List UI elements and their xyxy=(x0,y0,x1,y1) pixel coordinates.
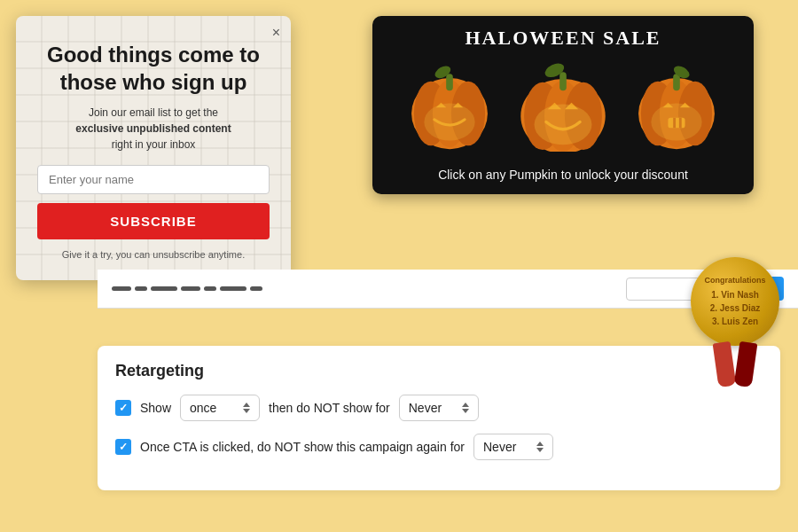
popup-heading: Good things come to those who sign up xyxy=(37,41,270,96)
medal-ribbon xyxy=(686,342,784,387)
svg-point-29 xyxy=(651,104,701,141)
medal-rank-3: 3. Luis Zen xyxy=(712,315,758,328)
medal-badge: Congratulations 1. Vin Nash 2. Jess Diaz… xyxy=(686,257,784,387)
retargeting-panel: Retargeting Show once then do NOT show f… xyxy=(98,346,780,490)
retargeting-label-then: then do NOT show for xyxy=(269,401,390,415)
retargeting-title: Retargeting xyxy=(115,362,763,380)
dropdown-arrow-icon xyxy=(243,403,250,413)
medal-circle: Congratulations 1. Vin Nash 2. Jess Diaz… xyxy=(691,257,779,346)
name-input[interactable] xyxy=(37,165,270,194)
toolbar-dot-4 xyxy=(181,286,200,291)
retargeting-frequency-dropdown[interactable]: once xyxy=(180,395,260,421)
retargeting-checkbox-2[interactable] xyxy=(115,439,131,455)
retargeting-duration-dropdown[interactable]: Never xyxy=(399,395,479,421)
dropdown-arrow-icon-2 xyxy=(462,403,469,413)
halloween-banner: HALOWEEN SALE xyxy=(372,16,754,194)
retargeting-frequency-value: once xyxy=(190,401,216,415)
dropdown-arrow-icon-3 xyxy=(536,442,544,452)
medal-rank-1: 1. Vin Nash xyxy=(711,288,759,301)
subscribe-button[interactable]: SUBSCRIBE xyxy=(37,203,270,239)
retargeting-row-2: Once CTA is clicked, do NOT show this ca… xyxy=(115,434,763,460)
svg-rect-4 xyxy=(446,74,453,90)
toolbar-dots xyxy=(112,286,262,291)
pumpkins-row xyxy=(372,53,754,159)
retargeting-cta-dropdown[interactable]: Never xyxy=(473,434,553,460)
banner-title: HALOWEEN SALE xyxy=(372,16,754,53)
medal-congratulations: Congratulations xyxy=(705,276,766,285)
pumpkin-1[interactable] xyxy=(397,59,502,152)
popup-close-button[interactable]: × xyxy=(272,25,280,41)
toolbar-dot-7 xyxy=(250,286,262,291)
toolbar-dot-2 xyxy=(135,286,147,291)
signup-popup: × Good things come to those who sign up … xyxy=(16,16,291,280)
retargeting-row-1: Show once then do NOT show for Never xyxy=(115,395,763,421)
retargeting-cta-value: Never xyxy=(483,440,516,454)
popup-disclaimer: Give it a try, you can unsubscribe anyti… xyxy=(37,248,270,262)
popup-subtext: Join our email list to get the exclusive… xyxy=(37,105,270,153)
toolbar-dot-6 xyxy=(220,286,246,291)
svg-point-17 xyxy=(535,105,592,145)
ribbon-right xyxy=(734,341,758,387)
retargeting-duration-value: Never xyxy=(409,401,442,415)
pumpkin-2[interactable] xyxy=(511,59,615,152)
ribbon-left xyxy=(713,341,737,387)
toolbar-dot-3 xyxy=(151,286,177,291)
svg-point-8 xyxy=(424,104,474,141)
toolbar-dot-1 xyxy=(112,286,131,291)
svg-rect-13 xyxy=(559,72,567,90)
toolbar-dot-5 xyxy=(204,286,216,291)
retargeting-label-show: Show xyxy=(140,401,171,415)
pumpkin-3[interactable] xyxy=(624,59,729,152)
retargeting-cta-label: Once CTA is clicked, do NOT show this ca… xyxy=(140,440,465,454)
medal-rank-2: 2. Jess Diaz xyxy=(710,301,761,315)
banner-cta: Click on any Pumpkin to unlock your disc… xyxy=(372,159,754,194)
retargeting-checkbox-1[interactable] xyxy=(115,400,131,416)
